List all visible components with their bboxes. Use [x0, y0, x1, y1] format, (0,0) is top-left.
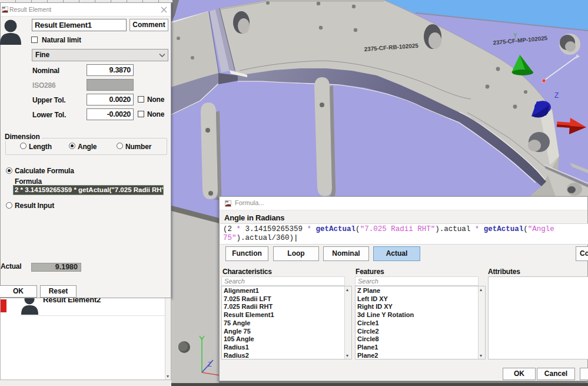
svg-text:Z: Z	[554, 91, 559, 100]
svg-text:Y: Y	[513, 32, 517, 39]
svg-text:Z: Z	[208, 361, 212, 368]
